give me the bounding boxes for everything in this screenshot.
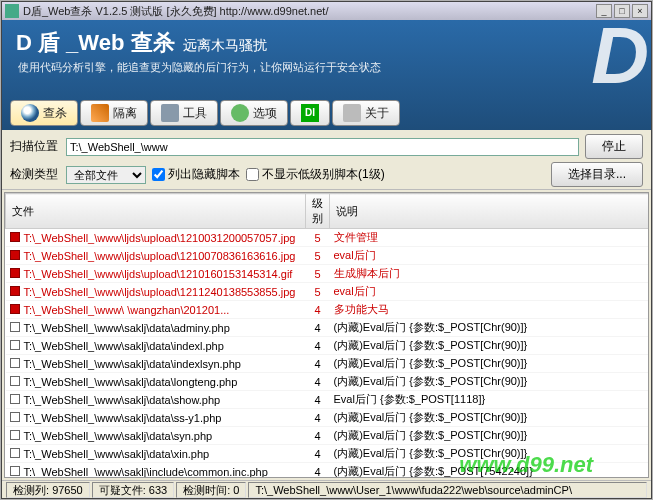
toolbar-opt-button[interactable]: 选项 (220, 100, 288, 126)
minimize-button[interactable]: _ (596, 4, 612, 18)
opt-icon (231, 104, 249, 122)
app-desc: 使用代码分析引擎，能追查更为隐藏的后门行为，让你网站运行于安全状态 (2, 58, 651, 75)
file-icon (10, 358, 20, 368)
table-row[interactable]: T:\_WebShell_\www\ljds\upload\1210070836… (6, 247, 650, 265)
close-button[interactable]: × (632, 4, 648, 18)
di-icon: DI (301, 104, 319, 122)
app-heading: D 盾 _Web 查杀远离木马骚扰 (2, 20, 651, 58)
app-icon (5, 4, 19, 18)
scan-path-input[interactable] (66, 138, 579, 156)
status-bar: 检测列: 97650 可疑文件: 633 检测时间: 0 T:\_WebShel… (2, 480, 651, 498)
search-icon (21, 104, 39, 122)
file-icon (10, 412, 20, 422)
toolbar-search-button[interactable]: 查杀 (10, 100, 78, 126)
col-file[interactable]: 文件 (6, 194, 306, 229)
table-row[interactable]: T:\_WebShell_\www\saklj\data\ss-y1.php4(… (6, 409, 650, 427)
toolbar-about-button[interactable]: 关于 (332, 100, 400, 126)
choose-dir-button[interactable]: 选择目录... (551, 162, 643, 187)
table-row[interactable]: T:\_WebShell_\www\saklj\data\syn.php4(内藏… (6, 427, 650, 445)
tool-icon (161, 104, 179, 122)
file-icon (10, 322, 20, 332)
table-row[interactable]: T:\_WebShell_\www\saklj\data\show.php4Ev… (6, 391, 650, 409)
detect-type-select[interactable]: 全部文件 (66, 166, 146, 184)
table-row[interactable]: T:\_WebShell_\www\saklj\data\indexl.php4… (6, 337, 650, 355)
window-title: D盾_Web查杀 V1.2.5 测试版 [永久免费] http://www.d9… (23, 4, 328, 19)
table-row[interactable]: T:\_WebShell_\www\saklj\data\adminy.php4… (6, 319, 650, 337)
hide-lowlevel-checkbox[interactable]: 不显示低级别脚本(1级) (246, 166, 385, 183)
table-row[interactable]: T:\_WebShell_\www\ljds\upload\1210160153… (6, 265, 650, 283)
file-icon (10, 394, 20, 404)
toolbar-tool-button[interactable]: 工具 (150, 100, 218, 126)
about-icon (343, 104, 361, 122)
detect-type-label: 检测类型 (10, 166, 60, 183)
toolbar-quar-button[interactable]: 隔离 (80, 100, 148, 126)
file-icon (10, 304, 20, 314)
hidden-scripts-checkbox[interactable]: 列出隐藏脚本 (152, 166, 240, 183)
stop-button[interactable]: 停止 (585, 134, 643, 159)
file-icon (10, 340, 20, 350)
titlebar: D盾_Web查杀 V1.2.5 测试版 [永久免费] http://www.d9… (2, 2, 651, 20)
file-icon (10, 466, 20, 476)
quar-icon (91, 104, 109, 122)
banner: D D 盾 _Web 查杀远离木马骚扰 使用代码分析引擎，能追查更为隐藏的后门行… (2, 20, 651, 130)
file-icon (10, 286, 20, 296)
file-icon (10, 250, 20, 260)
col-desc[interactable]: 说明 (330, 194, 650, 229)
table-row[interactable]: T:\_WebShell_\www\saklj\data\indexlsyn.p… (6, 355, 650, 373)
table-row[interactable]: T:\_WebShell_\www\saklj\data\xin.php4(内藏… (6, 445, 650, 463)
col-level[interactable]: 级别 (306, 194, 330, 229)
file-icon (10, 232, 20, 242)
table-row[interactable]: T:\_WebShell_\www\saklj\data\longteng.ph… (6, 373, 650, 391)
scan-path-label: 扫描位置 (10, 138, 60, 155)
table-row[interactable]: T:\_WebShell_\www\ljds\upload\1210031200… (6, 229, 650, 247)
file-icon (10, 376, 20, 386)
file-icon (10, 430, 20, 440)
toolbar-di-button[interactable]: DI (290, 100, 330, 126)
maximize-button[interactable]: □ (614, 4, 630, 18)
file-icon (10, 268, 20, 278)
table-row[interactable]: T:\_WebShell_\www\saklj\include\common.i… (6, 463, 650, 479)
results-grid[interactable]: 文件 级别 说明 T:\_WebShell_\www\ljds\upload\1… (4, 192, 649, 478)
table-row[interactable]: T:\_WebShell_\www\ljds\upload\1211240138… (6, 283, 650, 301)
table-row[interactable]: T:\_WebShell_\www\ \wangzhan\201201...4多… (6, 301, 650, 319)
file-icon (10, 448, 20, 458)
